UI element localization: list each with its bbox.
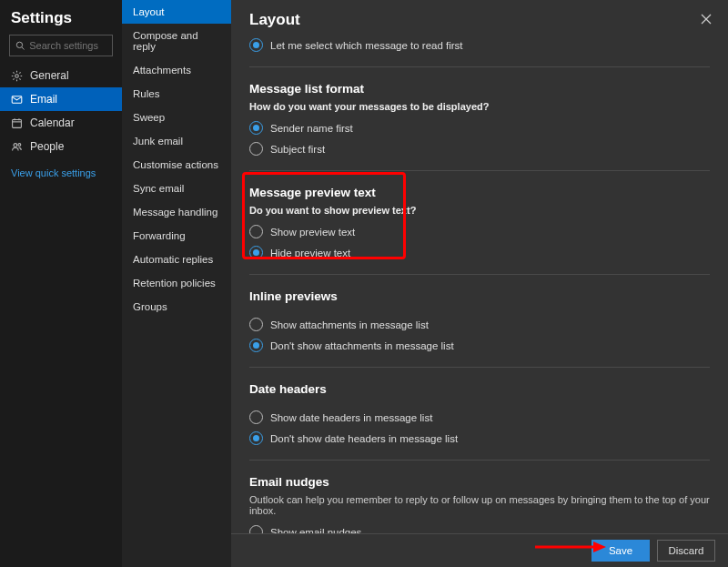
- search-settings-input-wrap[interactable]: [9, 35, 113, 56]
- option-label: Don't show attachments in message list: [270, 340, 454, 351]
- calendar-icon: [11, 117, 23, 129]
- section-title-date: Date headers: [249, 379, 710, 401]
- sub-sweep[interactable]: Sweep: [122, 106, 231, 129]
- sub-rules[interactable]: Rules: [122, 82, 231, 106]
- settings-sub-panel: Layout Compose and reply Attachments Rul…: [122, 0, 231, 567]
- radio-icon: [249, 142, 263, 156]
- settings-left-panel: Settings General Email Calendar Peop: [0, 0, 122, 567]
- section-question: How do you want your messages to be disp…: [249, 101, 710, 117]
- option-select-message[interactable]: Let me select which message to read firs…: [249, 35, 710, 56]
- page-title: Layout: [249, 11, 300, 29]
- svg-point-0: [16, 42, 22, 47]
- svg-point-8: [14, 143, 17, 147]
- section-question: Do you want to show preview text?: [249, 205, 710, 221]
- people-icon: [11, 141, 23, 153]
- sub-groups[interactable]: Groups: [122, 295, 231, 319]
- option-show-inline[interactable]: Show attachments in message list: [249, 314, 710, 335]
- option-hide-inline[interactable]: Don't show attachments in message list: [249, 335, 710, 356]
- discard-button[interactable]: Discard: [657, 540, 715, 562]
- radio-icon: [249, 339, 263, 352]
- sub-junk[interactable]: Junk email: [122, 129, 231, 153]
- close-icon: [701, 14, 712, 25]
- section-desc: Outlook can help you remember to reply t…: [249, 494, 710, 521]
- option-label: Let me select which message to read firs…: [270, 40, 463, 51]
- sub-attachments[interactable]: Attachments: [122, 58, 231, 82]
- divider: [249, 367, 710, 368]
- radio-icon: [249, 225, 263, 238]
- category-email[interactable]: Email: [0, 87, 122, 111]
- radio-icon: [249, 121, 263, 135]
- svg-point-2: [15, 74, 19, 77]
- radio-icon: [249, 410, 263, 424]
- section-title-nudges: Email nudges: [249, 471, 710, 494]
- option-label: Subject first: [270, 144, 325, 155]
- option-sender-first[interactable]: Sender name first: [249, 117, 710, 138]
- sub-autoreply[interactable]: Automatic replies: [122, 248, 231, 271]
- section-title-inline: Inline previews: [249, 286, 710, 309]
- option-hide-date[interactable]: Don't show date headers in message list: [249, 428, 710, 449]
- settings-title: Settings: [0, 0, 122, 35]
- mail-icon: [11, 94, 23, 106]
- footer-bar: Save Discard: [231, 533, 728, 567]
- section-title-preview: Message preview text: [249, 182, 710, 205]
- radio-icon: [249, 431, 263, 445]
- settings-main-panel: Layout Let me select which message to re…: [231, 0, 728, 567]
- radio-icon: [249, 246, 263, 259]
- category-label: General: [30, 69, 69, 82]
- category-calendar[interactable]: Calendar: [0, 111, 122, 135]
- divider: [249, 170, 710, 171]
- radio-icon: [249, 318, 263, 331]
- option-label: Show preview text: [270, 227, 355, 238]
- option-label: Hide preview text: [270, 248, 350, 258]
- search-settings-input[interactable]: [29, 40, 106, 51]
- option-hide-preview[interactable]: Hide preview text: [249, 242, 710, 263]
- svg-rect-4: [13, 119, 22, 127]
- option-subject-first[interactable]: Subject first: [249, 138, 710, 159]
- option-label: Sender name first: [270, 123, 353, 134]
- section-title-message-list: Message list format: [249, 78, 710, 101]
- option-label: Show date headers in message list: [270, 412, 432, 423]
- sub-handling[interactable]: Message handling: [122, 200, 231, 224]
- view-quick-settings-link[interactable]: View quick settings: [0, 158, 122, 187]
- option-show-date[interactable]: Show date headers in message list: [249, 407, 710, 428]
- divider: [249, 274, 710, 275]
- save-button[interactable]: Save: [592, 540, 650, 562]
- option-label: Don't show date headers in message list: [270, 433, 458, 444]
- radio-icon: [249, 38, 263, 52]
- search-icon: [15, 40, 25, 51]
- category-label: Calendar: [30, 116, 75, 129]
- category-people[interactable]: People: [0, 135, 122, 158]
- divider: [249, 460, 710, 461]
- sub-customise[interactable]: Customise actions: [122, 153, 231, 177]
- category-general[interactable]: General: [0, 64, 122, 87]
- close-button[interactable]: [697, 9, 715, 31]
- option-label: Show attachments in message list: [270, 319, 429, 330]
- category-label: Email: [30, 93, 57, 106]
- option-show-preview[interactable]: Show preview text: [249, 221, 710, 242]
- sub-sync[interactable]: Sync email: [122, 177, 231, 200]
- sub-compose[interactable]: Compose and reply: [122, 24, 231, 58]
- sub-layout[interactable]: Layout: [122, 0, 231, 24]
- divider: [249, 66, 710, 67]
- sub-forwarding[interactable]: Forwarding: [122, 224, 231, 248]
- svg-point-9: [18, 143, 21, 146]
- svg-line-1: [22, 47, 25, 50]
- category-label: People: [30, 140, 64, 153]
- gear-icon: [11, 70, 23, 82]
- sub-retention[interactable]: Retention policies: [122, 271, 231, 295]
